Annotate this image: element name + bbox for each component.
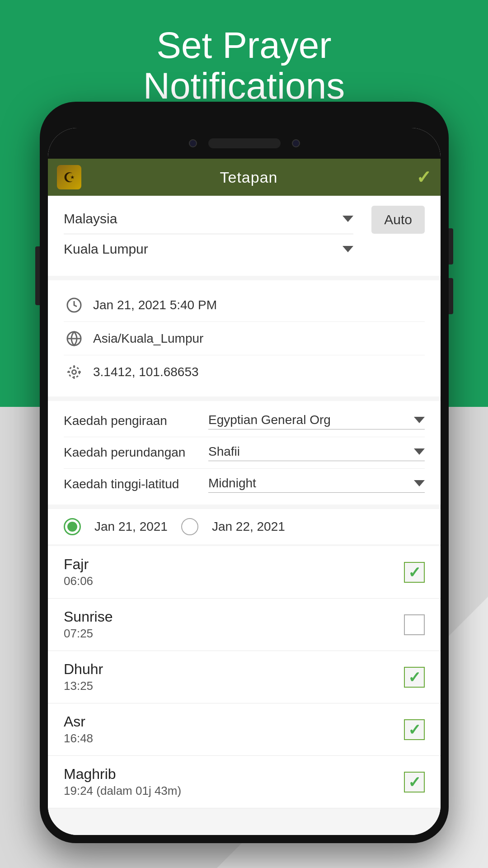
app-bar: ☪ Tetapan ✓ bbox=[48, 159, 441, 196]
phone-screen: ☪ Tetapan ✓ Malaysia bbox=[48, 128, 441, 835]
camera-dot1 bbox=[189, 139, 197, 147]
timezone-row: Asia/Kuala_Lumpur bbox=[64, 322, 425, 355]
date1-radio[interactable] bbox=[64, 518, 81, 535]
logo-icon: ☪ bbox=[63, 170, 75, 185]
asr-item: Asr 16:48 ✓ bbox=[48, 703, 441, 756]
sunrise-name: Sunrise bbox=[64, 609, 404, 625]
content-area: Malaysia Kuala Lumpur Auto bbox=[48, 196, 441, 835]
globe-icon bbox=[64, 328, 84, 349]
maghrib-name-block: Maghrib 19:24 (dalam 01j 43m) bbox=[64, 766, 404, 798]
calculation-method-row[interactable]: Kaedah pengiraan Egyptian General Org bbox=[64, 406, 425, 437]
header-line1: Set Prayer bbox=[0, 25, 488, 66]
asr-name-block: Asr 16:48 bbox=[64, 713, 404, 745]
highlatitude-arrow-icon bbox=[414, 480, 425, 486]
city-arrow-icon bbox=[343, 246, 353, 252]
juristic-method-label: Kaedah perundangan bbox=[64, 444, 199, 461]
methods-section: Kaedah pengiraan Egyptian General Org Ka… bbox=[48, 401, 441, 505]
clock-icon bbox=[64, 295, 84, 315]
notch-area bbox=[48, 128, 441, 159]
sunrise-checkbox[interactable] bbox=[404, 614, 425, 635]
juristic-arrow-icon bbox=[414, 448, 425, 455]
sunrise-name-block: Sunrise 07:25 bbox=[64, 609, 404, 641]
country-dropdown-row[interactable]: Malaysia bbox=[64, 206, 353, 234]
juristic-method-dropdown[interactable]: Shafii bbox=[208, 444, 425, 461]
asr-name: Asr bbox=[64, 713, 404, 730]
app-logo: ☪ bbox=[57, 165, 81, 189]
city-value: Kuala Lumpur bbox=[64, 241, 148, 257]
fajr-item: Fajr 06:06 ✓ bbox=[48, 546, 441, 599]
calculation-method-dropdown[interactable]: Egyptian General Org bbox=[208, 413, 425, 429]
location-icon bbox=[64, 362, 84, 382]
date-section: Jan 21, 2021 Jan 22, 2021 bbox=[48, 509, 441, 544]
country-value: Malaysia bbox=[64, 211, 117, 226]
fajr-time: 06:06 bbox=[64, 574, 404, 588]
coordinates-text: 3.1412, 101.68653 bbox=[93, 365, 199, 379]
calculation-arrow-icon bbox=[414, 417, 425, 423]
maghrib-name: Maghrib bbox=[64, 766, 404, 783]
datetime-row: Jan 21, 2021 5:40 PM bbox=[64, 288, 425, 322]
fajr-checkmark: ✓ bbox=[408, 565, 421, 580]
asr-checkmark: ✓ bbox=[408, 722, 421, 737]
highlatitude-method-label: Kaedah tinggi-latitud bbox=[64, 476, 199, 492]
phone-frame: ☪ Tetapan ✓ Malaysia bbox=[40, 102, 449, 843]
power-button bbox=[449, 228, 453, 264]
location-section: Malaysia Kuala Lumpur Auto bbox=[48, 196, 441, 276]
app-bar-title: Tetapan bbox=[89, 169, 409, 186]
maghrib-checkmark: ✓ bbox=[408, 774, 421, 790]
highlatitude-method-row[interactable]: Kaedah tinggi-latitud Midnight bbox=[64, 469, 425, 500]
maghrib-checkbox[interactable]: ✓ bbox=[404, 772, 425, 793]
country-dropdown[interactable]: Malaysia bbox=[64, 206, 353, 232]
header-line2: Notifications bbox=[0, 66, 488, 106]
speaker-pill bbox=[208, 138, 281, 148]
coordinates-row: 3.1412, 101.68653 bbox=[64, 355, 425, 388]
volume-button bbox=[449, 278, 453, 314]
juristic-method-value: Shafii bbox=[208, 444, 240, 459]
volume-left-button bbox=[35, 246, 40, 305]
svg-point-4 bbox=[69, 367, 80, 377]
fajr-name-block: Fajr 06:06 bbox=[64, 556, 404, 588]
country-arrow-icon bbox=[343, 216, 353, 222]
dhuhr-item: Dhuhr 13:25 ✓ bbox=[48, 651, 441, 703]
sunrise-time: 07:25 bbox=[64, 627, 404, 641]
date2-label: Jan 22, 2021 bbox=[212, 519, 285, 534]
dhuhr-time: 13:25 bbox=[64, 679, 404, 693]
maghrib-time: 19:24 (dalam 01j 43m) bbox=[64, 784, 404, 798]
page-header: Set Prayer Notifications bbox=[0, 25, 488, 106]
city-dropdown-row[interactable]: Kuala Lumpur bbox=[64, 236, 353, 264]
info-section: Jan 21, 2021 5:40 PM Asia/Kuala_Lumpur bbox=[48, 280, 441, 396]
svg-point-3 bbox=[72, 370, 76, 374]
camera-dot2 bbox=[292, 139, 300, 147]
prayer-list: Fajr 06:06 ✓ Sunrise 07:25 bbox=[48, 546, 441, 808]
dhuhr-name-block: Dhuhr 13:25 bbox=[64, 661, 404, 693]
radio-inner bbox=[67, 522, 77, 532]
sunrise-item: Sunrise 07:25 bbox=[48, 599, 441, 651]
auto-button[interactable]: Auto bbox=[371, 206, 425, 234]
datetime-text: Jan 21, 2021 5:40 PM bbox=[93, 298, 217, 312]
calculation-method-value: Egyptian General Org bbox=[208, 413, 331, 427]
date2-radio[interactable] bbox=[181, 518, 198, 535]
timezone-text: Asia/Kuala_Lumpur bbox=[93, 331, 203, 346]
dhuhr-checkmark: ✓ bbox=[408, 670, 421, 685]
highlatitude-method-dropdown[interactable]: Midnight bbox=[208, 476, 425, 493]
fajr-name: Fajr bbox=[64, 556, 404, 573]
city-dropdown[interactable]: Kuala Lumpur bbox=[64, 236, 353, 262]
date1-label: Jan 21, 2021 bbox=[94, 519, 168, 534]
fajr-checkbox[interactable]: ✓ bbox=[404, 562, 425, 583]
juristic-method-row[interactable]: Kaedah perundangan Shafii bbox=[64, 437, 425, 469]
highlatitude-method-value: Midnight bbox=[208, 476, 256, 491]
dhuhr-checkbox[interactable]: ✓ bbox=[404, 667, 425, 688]
dhuhr-name: Dhuhr bbox=[64, 661, 404, 678]
asr-checkbox[interactable]: ✓ bbox=[404, 719, 425, 740]
asr-time: 16:48 bbox=[64, 731, 404, 745]
confirm-check-button[interactable]: ✓ bbox=[416, 167, 432, 188]
calculation-method-label: Kaedah pengiraan bbox=[64, 413, 199, 429]
maghrib-item: Maghrib 19:24 (dalam 01j 43m) ✓ bbox=[48, 756, 441, 808]
